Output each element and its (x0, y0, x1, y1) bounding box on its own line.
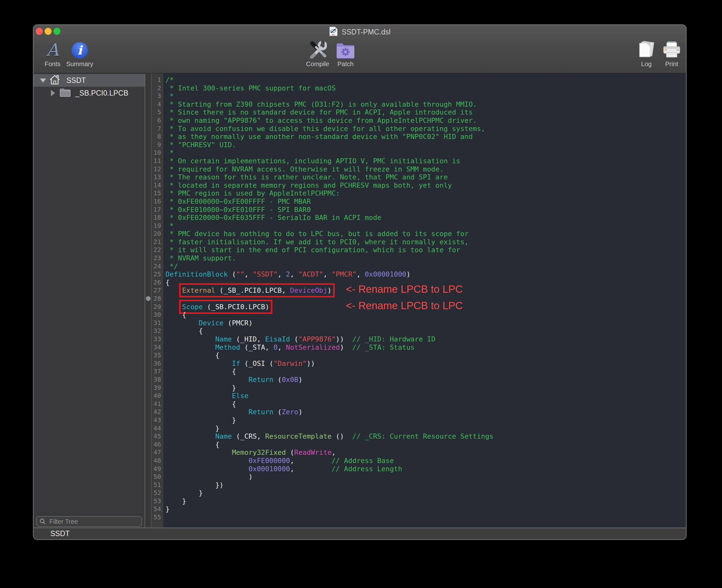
code-line: 49 0x00010000, // Address Length (145, 465, 686, 473)
breakpoint-dot[interactable] (146, 296, 151, 301)
status-text: SSDT (50, 529, 70, 538)
tree: SSDT _SB.PCI0.LPCB (34, 74, 145, 514)
line-number: 13 (145, 173, 162, 181)
line-number: 14 (145, 181, 162, 190)
code-editor[interactable]: 1/*2 * Intel 300-series PMC support for … (145, 74, 686, 529)
code-line: 27 External (_SB_.PCI0.LPCB, DeviceObj)<… (145, 287, 686, 295)
line-number: 24 (145, 262, 162, 271)
tree-item-label: _SB.PCI0.LPCB (75, 89, 128, 98)
line-number: 1 (145, 76, 162, 84)
line-number: 55 (145, 513, 162, 522)
code-line: 52 } (145, 489, 686, 497)
code-line: 47 Memory32Fixed (ReadWrite, (145, 448, 686, 457)
code-line: 16 * 0xFE000000~0xFE00FFFF - PMC MBAR (145, 197, 686, 206)
summary-button[interactable]: i Summary (64, 40, 95, 68)
line-number: 39 (145, 384, 162, 392)
annotation-note: <- Rename LPCB to LPC (346, 285, 463, 293)
line-number: 45 (145, 432, 162, 441)
line-number: 38 (145, 376, 162, 384)
line-number: 33 (145, 335, 162, 343)
code-line: 43 } (145, 416, 686, 424)
line-number: 54 (145, 505, 162, 513)
code-line: 1/* (145, 76, 686, 84)
code-line: 8 * as they normally use another non-sta… (145, 132, 686, 141)
filter-bar (34, 514, 145, 529)
app-window: DSL SSDT-PMC.dsl A Fonts (33, 24, 686, 540)
fonts-button[interactable]: A Fonts (41, 40, 64, 68)
line-number: 21 (145, 238, 162, 246)
line-number: 53 (145, 497, 162, 505)
line-number: 2 (145, 84, 162, 92)
line-number: 26 (145, 278, 162, 287)
line-number: 4 (145, 100, 162, 108)
line-number: 41 (145, 400, 162, 408)
line-number: 43 (145, 416, 162, 424)
home-icon (49, 74, 60, 87)
line-number: 19 (145, 222, 162, 230)
search-icon (39, 518, 46, 526)
line-number: 10 (145, 149, 162, 157)
tree-item-lpcb[interactable]: _SB.PCI0.LPCB (34, 87, 145, 99)
code-line: 38 Return (0x0B) (145, 376, 686, 384)
code-line: 32 { (145, 327, 686, 335)
code-line: 10 * (145, 149, 686, 157)
filter-input[interactable] (36, 516, 142, 527)
code-line: 48 0xFE000000, // Address Base (145, 457, 686, 465)
code-line: 53 } (145, 497, 686, 505)
annotation-red-box: Scope (_SB.PCI0.LPCB) (182, 303, 270, 311)
patch-button[interactable]: Patch (335, 40, 356, 68)
code-line: 19 * (145, 222, 686, 230)
code-line: 18 * 0xFE020000~0xFE035FFF - SerialIo BA… (145, 214, 686, 222)
line-number: 20 (145, 230, 162, 238)
patch-label: Patch (337, 60, 354, 68)
line-number: 22 (145, 246, 162, 254)
code-line: 35 { (145, 351, 686, 359)
line-number: 17 (145, 206, 162, 214)
fonts-label: Fonts (45, 60, 60, 68)
code-line: 12 * required for NVRAM access. Otherwis… (145, 165, 686, 173)
line-number: 29 (145, 303, 162, 311)
code-line: 42 Return (Zero) (145, 408, 686, 416)
line-number: 15 (145, 189, 162, 197)
code-line: 34 Method (_STA, 0, NotSerialized) // _S… (145, 343, 686, 352)
tree-item-ssdt[interactable]: SSDT (34, 74, 145, 87)
svg-text:DSL: DSL (332, 34, 335, 36)
code-line: 44 } (145, 424, 686, 433)
info-icon: i (71, 42, 88, 59)
main-area: SSDT _SB.PCI0.LPCB (34, 74, 686, 529)
code-line: 3 * (145, 92, 686, 100)
line-number: 7 (145, 125, 162, 133)
line-number: 37 (145, 368, 162, 376)
code-line: 4 * Starting from Z390 chipsets PMC (D31… (145, 100, 686, 108)
code-line: 17 * 0xFE010000~0xFE010FFF - SPI BAR0 (145, 206, 686, 214)
screen: DSL SSDT-PMC.dsl A Fonts (0, 0, 722, 588)
compile-button[interactable]: Compile (305, 40, 330, 68)
print-button[interactable]: Print (662, 40, 682, 68)
line-number: 27 (145, 287, 162, 295)
line-number: 44 (145, 424, 162, 433)
log-icon (637, 40, 656, 59)
disclosure-expanded-icon[interactable] (40, 79, 46, 83)
window-title: SSDT-PMC.dsl (342, 28, 391, 36)
code-line: 5 * Since there is no standard device fo… (145, 108, 686, 117)
line-number: 12 (145, 165, 162, 173)
sidebar: SSDT _SB.PCI0.LPCB (34, 74, 145, 529)
line-number: 34 (145, 343, 162, 352)
code-line: 55 (145, 513, 686, 522)
code-line: 41 { (145, 400, 686, 408)
compile-label: Compile (306, 60, 329, 68)
code-line: 45 Name (_CRS, ResourceTemplate () // _C… (145, 432, 686, 441)
log-label: Log (641, 60, 652, 68)
line-number: 51 (145, 481, 162, 489)
code-line: 37 { (145, 368, 686, 376)
log-button[interactable]: Log (636, 40, 657, 68)
code-line: 54} (145, 505, 686, 513)
summary-label: Summary (66, 60, 93, 68)
titlebar: DSL SSDT-PMC.dsl (34, 27, 686, 37)
line-number: 18 (145, 214, 162, 222)
code-line: 14 * located in separate memory regions … (145, 181, 686, 190)
code-line: 24 */ (145, 262, 686, 271)
code-line: 20 * PMC device has nothing to do to LPC… (145, 230, 686, 238)
code-line: 15 * PMC region is used by AppleIntelPCH… (145, 189, 686, 197)
disclosure-collapsed-icon[interactable] (51, 90, 55, 96)
